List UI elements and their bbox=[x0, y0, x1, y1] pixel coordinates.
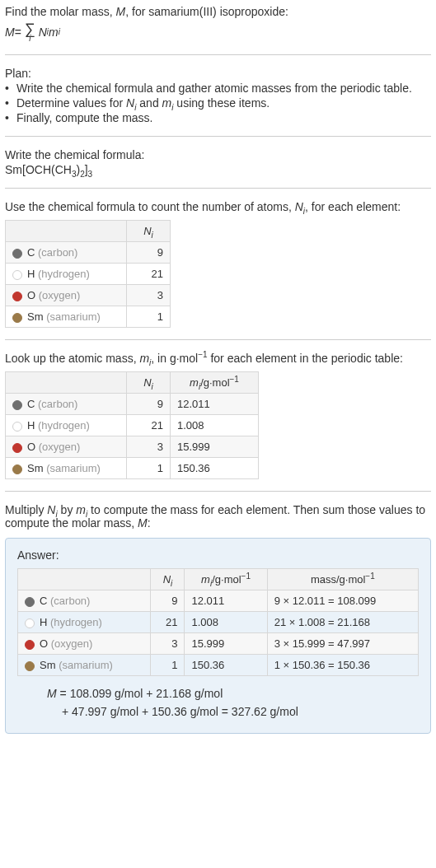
plan-bullet-1: • Write the chemical formula and gather … bbox=[5, 82, 431, 95]
table-row: Sm (samarium) 1 150.36 1 × 150.36 = 150.… bbox=[18, 655, 419, 676]
lookup-b: , in g·mol bbox=[151, 352, 198, 365]
bullet-icon: • bbox=[5, 82, 16, 95]
plan-bullet-2: • Determine values for Ni and mi using t… bbox=[5, 96, 431, 110]
lookup-a: Look up the atomic mass, bbox=[5, 352, 139, 365]
lookup-text: Look up the atomic mass, mi, in g·mol−1 … bbox=[5, 352, 431, 365]
element-dot-icon bbox=[12, 292, 22, 301]
cell-ni: 3 bbox=[127, 285, 171, 306]
chem-s3: 3 bbox=[88, 170, 93, 179]
table-row: Sm (samarium) 1 bbox=[6, 306, 171, 328]
chem-title: Write the chemical formula: bbox=[5, 148, 431, 161]
divider bbox=[5, 339, 431, 340]
formula-eq: = bbox=[15, 26, 21, 39]
plan2-c: using these items. bbox=[173, 96, 270, 110]
atomic-mass-table: Ni mi/g·mol−1 C (carbon) 9 12.011 H (hyd… bbox=[5, 371, 259, 479]
formula-n: N bbox=[39, 26, 47, 39]
bullet-icon: • bbox=[5, 96, 16, 110]
table-row: C (carbon) 9 12.011 bbox=[6, 394, 259, 415]
multiply-text: Multiply Ni by mi to compute the mass fo… bbox=[5, 503, 431, 530]
chem-p1: Sm[OCH(CH bbox=[5, 163, 72, 176]
table-row: H (hydrogen) 21 1.008 bbox=[6, 415, 259, 436]
formula-m: m bbox=[49, 26, 59, 39]
document: Find the molar mass, M, for samarium(III… bbox=[0, 0, 436, 740]
table-row: C (carbon) 9 12.011 9 × 12.011 = 108.099 bbox=[18, 590, 419, 612]
element-dot-icon bbox=[12, 313, 22, 323]
plan-1-text: Write the chemical formula and gather at… bbox=[16, 82, 431, 95]
plan-title: Plan: bbox=[5, 67, 431, 80]
table-row: H (hydrogen) 21 1.008 21 × 1.008 = 21.16… bbox=[18, 612, 419, 633]
element-dot-icon bbox=[25, 597, 35, 607]
intro-line-1: Find the molar mass, M, for samarium(III… bbox=[5, 5, 431, 18]
intro-formula: M = ∑ i Nimi bbox=[5, 21, 431, 43]
answer-label: Answer: bbox=[17, 548, 419, 562]
th-ni: N bbox=[143, 225, 151, 237]
intro-var-m: M bbox=[116, 5, 126, 18]
answer-table: Ni mi/g·mol−1 mass/g·mol−1 C (carbon) 9 … bbox=[17, 568, 419, 676]
element-dot-icon bbox=[12, 249, 22, 259]
sigma-icon: ∑ i bbox=[25, 21, 35, 43]
divider bbox=[5, 491, 431, 492]
plan2-b: and bbox=[136, 96, 162, 110]
element-dot-icon bbox=[12, 443, 22, 453]
element-dot-icon bbox=[12, 270, 22, 280]
intro-text-b: , for samarium(III) isopropoxide: bbox=[125, 5, 288, 18]
element-dot-icon bbox=[12, 464, 22, 474]
element-dot-icon bbox=[25, 640, 35, 650]
cell-ni: 1 bbox=[127, 306, 171, 328]
element-dot-icon bbox=[25, 661, 35, 671]
plan-bullet-3: • Finally, compute the mass. bbox=[5, 111, 431, 124]
plan-3-text: Finally, compute the mass. bbox=[16, 111, 431, 124]
divider bbox=[5, 136, 431, 137]
table-row: H (hydrogen) 21 bbox=[6, 264, 171, 285]
bullet-icon: • bbox=[5, 111, 16, 124]
final-line-2: + 47.997 g/mol + 150.36 g/mol = 327.62 g… bbox=[62, 702, 419, 721]
table-row: O (oxygen) 3 bbox=[6, 285, 171, 306]
intro-text-a: Find the molar mass, bbox=[5, 5, 116, 18]
element-dot-icon bbox=[25, 618, 35, 628]
chem-formula: Sm[OCH(CH3)2]3 bbox=[5, 163, 431, 176]
formula-lhs: M bbox=[5, 26, 15, 39]
plan-2-text: Determine values for Ni and mi using the… bbox=[16, 96, 431, 110]
element-dot-icon bbox=[12, 422, 22, 432]
count-a: Use the chemical formula to count the nu… bbox=[5, 200, 295, 213]
count-b: , for each element: bbox=[305, 200, 401, 213]
cell-ni: 9 bbox=[127, 242, 171, 264]
lookup-c: for each element in the periodic table: bbox=[208, 352, 403, 365]
divider bbox=[5, 54, 431, 55]
element-dot-icon bbox=[12, 400, 22, 410]
atom-count-table: Ni C (carbon) 9 H (hydrogen) 21 O (oxyge… bbox=[5, 220, 171, 328]
final-molar-mass: M = 108.099 g/mol + 21.168 g/mol + 47.99… bbox=[47, 684, 419, 721]
count-text: Use the chemical formula to count the nu… bbox=[5, 200, 431, 213]
divider bbox=[5, 188, 431, 189]
plan2-a: Determine values for bbox=[16, 96, 126, 110]
table-row: O (oxygen) 3 15.999 bbox=[6, 436, 259, 458]
table-row: O (oxygen) 3 15.999 3 × 15.999 = 47.997 bbox=[18, 633, 419, 655]
answer-box: Answer: Ni mi/g·mol−1 mass/g·mol−1 C (ca… bbox=[5, 538, 431, 734]
table-row: Sm (samarium) 1 150.36 bbox=[6, 458, 259, 479]
cell-ni: 21 bbox=[127, 264, 171, 285]
table-row: C (carbon) 9 bbox=[6, 242, 171, 264]
